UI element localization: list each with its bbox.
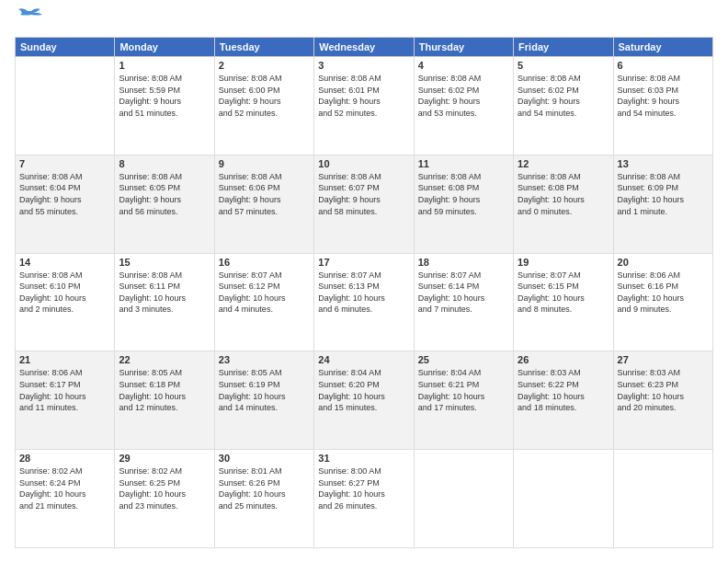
day-info: Sunrise: 8:01 AM Sunset: 6:26 PM Dayligh… (219, 465, 310, 511)
day-number: 16 (219, 257, 310, 268)
day-info: Sunrise: 8:08 AM Sunset: 6:09 PM Dayligh… (618, 171, 709, 217)
day-number: 5 (518, 60, 609, 71)
calendar-cell: 8Sunrise: 8:08 AM Sunset: 6:05 PM Daylig… (115, 155, 214, 253)
header (15, 15, 713, 28)
calendar-cell: 20Sunrise: 8:06 AM Sunset: 6:16 PM Dayli… (613, 253, 712, 351)
day-info: Sunrise: 8:08 AM Sunset: 6:10 PM Dayligh… (19, 270, 110, 316)
weekday-header-monday: Monday (115, 38, 214, 57)
day-number: 7 (19, 158, 110, 169)
calendar: SundayMondayTuesdayWednesdayThursdayFrid… (15, 37, 713, 548)
day-info: Sunrise: 8:05 AM Sunset: 6:19 PM Dayligh… (219, 367, 310, 413)
calendar-cell: 29Sunrise: 8:02 AM Sunset: 6:25 PM Dayli… (115, 450, 214, 548)
day-info: Sunrise: 8:07 AM Sunset: 6:15 PM Dayligh… (518, 270, 609, 316)
calendar-cell: 16Sunrise: 8:07 AM Sunset: 6:12 PM Dayli… (214, 253, 313, 351)
day-info: Sunrise: 8:04 AM Sunset: 6:20 PM Dayligh… (318, 367, 409, 413)
day-number: 14 (19, 257, 110, 268)
calendar-cell: 3Sunrise: 8:08 AM Sunset: 6:01 PM Daylig… (314, 57, 414, 155)
day-info: Sunrise: 8:08 AM Sunset: 6:02 PM Dayligh… (418, 73, 509, 119)
calendar-cell: 22Sunrise: 8:05 AM Sunset: 6:18 PM Dayli… (115, 351, 214, 450)
calendar-cell: 27Sunrise: 8:03 AM Sunset: 6:23 PM Dayli… (613, 351, 712, 450)
day-number: 15 (119, 257, 210, 268)
calendar-cell: 5Sunrise: 8:08 AM Sunset: 6:02 PM Daylig… (514, 57, 613, 155)
calendar-cell: 13Sunrise: 8:08 AM Sunset: 6:09 PM Dayli… (613, 155, 712, 253)
day-number: 3 (318, 60, 409, 71)
calendar-cell: 15Sunrise: 8:08 AM Sunset: 6:11 PM Dayli… (115, 253, 214, 351)
weekday-header-sunday: Sunday (16, 38, 115, 57)
day-number: 26 (518, 354, 609, 365)
day-number: 20 (618, 257, 709, 268)
day-info: Sunrise: 8:05 AM Sunset: 6:18 PM Dayligh… (119, 367, 210, 413)
calendar-cell: 10Sunrise: 8:08 AM Sunset: 6:07 PM Dayli… (314, 155, 414, 253)
day-number: 6 (618, 60, 709, 71)
day-number: 13 (618, 158, 709, 169)
day-info: Sunrise: 8:08 AM Sunset: 6:07 PM Dayligh… (318, 171, 409, 217)
day-number: 17 (318, 257, 409, 268)
calendar-week-row: 1Sunrise: 8:08 AM Sunset: 5:59 PM Daylig… (16, 57, 713, 155)
day-number: 27 (618, 354, 709, 365)
calendar-cell: 12Sunrise: 8:08 AM Sunset: 6:08 PM Dayli… (514, 155, 613, 253)
calendar-week-row: 14Sunrise: 8:08 AM Sunset: 6:10 PM Dayli… (16, 253, 713, 351)
day-number: 10 (318, 158, 409, 169)
calendar-cell: 21Sunrise: 8:06 AM Sunset: 6:17 PM Dayli… (16, 351, 115, 450)
day-info: Sunrise: 8:03 AM Sunset: 6:23 PM Dayligh… (618, 367, 709, 413)
calendar-cell (16, 57, 115, 155)
day-info: Sunrise: 8:08 AM Sunset: 6:02 PM Dayligh… (518, 73, 609, 119)
day-number: 9 (219, 158, 310, 169)
calendar-week-row: 7Sunrise: 8:08 AM Sunset: 6:04 PM Daylig… (16, 155, 713, 253)
day-info: Sunrise: 8:08 AM Sunset: 6:08 PM Dayligh… (418, 171, 509, 217)
calendar-cell: 18Sunrise: 8:07 AM Sunset: 6:14 PM Dayli… (414, 253, 513, 351)
calendar-cell: 28Sunrise: 8:02 AM Sunset: 6:24 PM Dayli… (16, 450, 115, 548)
calendar-cell: 14Sunrise: 8:08 AM Sunset: 6:10 PM Dayli… (16, 253, 115, 351)
weekday-header-tuesday: Tuesday (214, 38, 313, 57)
calendar-cell: 25Sunrise: 8:04 AM Sunset: 6:21 PM Dayli… (414, 351, 513, 450)
day-info: Sunrise: 8:08 AM Sunset: 6:08 PM Dayligh… (518, 171, 609, 217)
day-info: Sunrise: 8:08 AM Sunset: 6:04 PM Dayligh… (19, 171, 110, 217)
day-number: 28 (19, 453, 110, 464)
calendar-cell: 17Sunrise: 8:07 AM Sunset: 6:13 PM Dayli… (314, 253, 414, 351)
day-number: 29 (119, 453, 210, 464)
day-number: 23 (219, 354, 310, 365)
day-number: 31 (318, 453, 409, 464)
weekday-header-friday: Friday (514, 38, 613, 57)
calendar-cell: 9Sunrise: 8:08 AM Sunset: 6:06 PM Daylig… (214, 155, 313, 253)
day-info: Sunrise: 8:06 AM Sunset: 6:16 PM Dayligh… (618, 270, 709, 316)
calendar-cell: 7Sunrise: 8:08 AM Sunset: 6:04 PM Daylig… (16, 155, 115, 253)
day-number: 22 (119, 354, 210, 365)
day-info: Sunrise: 8:07 AM Sunset: 6:12 PM Dayligh… (219, 270, 310, 316)
calendar-cell (613, 450, 712, 548)
day-info: Sunrise: 8:02 AM Sunset: 6:25 PM Dayligh… (119, 465, 210, 511)
day-number: 24 (318, 354, 409, 365)
calendar-cell: 2Sunrise: 8:08 AM Sunset: 6:00 PM Daylig… (214, 57, 313, 155)
day-info: Sunrise: 8:07 AM Sunset: 6:13 PM Dayligh… (318, 270, 409, 316)
day-number: 12 (518, 158, 609, 169)
calendar-cell (514, 450, 613, 548)
day-number: 25 (418, 354, 509, 365)
day-number: 30 (219, 453, 310, 464)
day-number: 8 (119, 158, 210, 169)
calendar-week-row: 28Sunrise: 8:02 AM Sunset: 6:24 PM Dayli… (16, 450, 713, 548)
day-number: 21 (19, 354, 110, 365)
page: SundayMondayTuesdayWednesdayThursdayFrid… (0, 0, 728, 563)
calendar-week-row: 21Sunrise: 8:06 AM Sunset: 6:17 PM Dayli… (16, 351, 713, 450)
day-info: Sunrise: 8:02 AM Sunset: 6:24 PM Dayligh… (19, 465, 110, 511)
day-number: 2 (219, 60, 310, 71)
day-info: Sunrise: 8:04 AM Sunset: 6:21 PM Dayligh… (418, 367, 509, 413)
day-number: 11 (418, 158, 509, 169)
calendar-cell: 30Sunrise: 8:01 AM Sunset: 6:26 PM Dayli… (214, 450, 313, 548)
day-info: Sunrise: 8:08 AM Sunset: 6:05 PM Dayligh… (119, 171, 210, 217)
day-info: Sunrise: 8:07 AM Sunset: 6:14 PM Dayligh… (418, 270, 509, 316)
calendar-cell: 1Sunrise: 8:08 AM Sunset: 5:59 PM Daylig… (115, 57, 214, 155)
weekday-header-saturday: Saturday (613, 38, 712, 57)
weekday-header-thursday: Thursday (414, 38, 513, 57)
day-info: Sunrise: 8:03 AM Sunset: 6:22 PM Dayligh… (518, 367, 609, 413)
calendar-cell: 26Sunrise: 8:03 AM Sunset: 6:22 PM Dayli… (514, 351, 613, 450)
day-info: Sunrise: 8:08 AM Sunset: 6:03 PM Dayligh… (618, 73, 709, 119)
day-number: 1 (119, 60, 210, 71)
calendar-cell: 23Sunrise: 8:05 AM Sunset: 6:19 PM Dayli… (214, 351, 313, 450)
day-info: Sunrise: 8:08 AM Sunset: 5:59 PM Dayligh… (119, 73, 210, 119)
weekday-header-row: SundayMondayTuesdayWednesdayThursdayFrid… (16, 38, 713, 57)
calendar-cell: 11Sunrise: 8:08 AM Sunset: 6:08 PM Dayli… (414, 155, 513, 253)
logo-bird-icon (18, 7, 44, 28)
weekday-header-wednesday: Wednesday (314, 38, 414, 57)
day-number: 4 (418, 60, 509, 71)
